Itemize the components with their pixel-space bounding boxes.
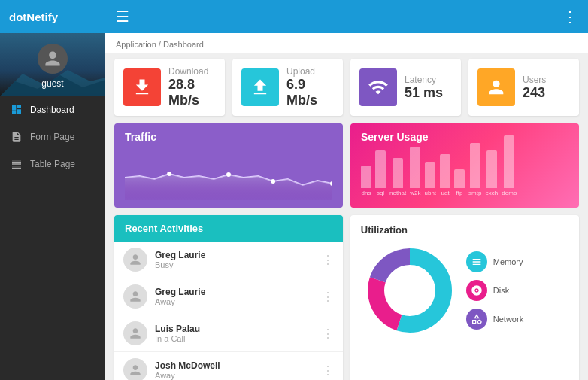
table-icon [11,158,23,170]
server-bar-label: dns [362,190,371,196]
server-bar-label: w2k [410,190,420,196]
activity-more-icon[interactable]: ⋮ [322,290,334,304]
activity-info: Greg Laurie Away [155,287,314,306]
download-value: 28.8 Mb/s [168,77,216,108]
topbar: ☰ ⋮ [105,0,588,33]
download-label: Download [168,66,216,77]
server-bar-group: demo [502,135,517,196]
sidebar-header: dotNetify [0,0,105,33]
activity-status: In a Call [155,334,314,343]
activities-panel: Recent Activities Greg Laurie Busy ⋮ Gre… [114,215,343,380]
server-bar [486,150,497,188]
bottom-row: Recent Activities Greg Laurie Busy ⋮ Gre… [114,215,579,380]
person-icon [128,326,143,341]
server-bar-group: ubnt [424,162,436,196]
username: guest [41,78,63,89]
server-bar-label: sql [377,190,384,196]
legend-network: Network [466,309,523,330]
network-label: Network [493,315,523,324]
server-bar [425,162,435,188]
activity-avatar [123,321,147,345]
sidebar: dotNetify guest Dashboard Form Page Tabl… [0,0,105,380]
activity-item: Greg Laurie Busy ⋮ [114,242,343,278]
dashboard-icon [11,104,23,116]
download-icon-bg [123,68,161,106]
server-bar [504,135,514,188]
server-bar [410,147,420,188]
activity-status: Away [155,297,314,306]
sidebar-item-form[interactable]: Form Page [0,123,105,150]
users-value: 243 [523,85,570,101]
activity-name: Greg Laurie [155,287,314,297]
users-info: Users 243 [523,74,570,101]
server-bar [393,158,403,188]
sidebar-item-table[interactable]: Table Page [0,150,105,178]
memory-svg [471,256,483,268]
breadcrumb-text: Application / Dashboard [116,40,204,49]
server-bar-group: nethat [389,158,406,196]
activity-more-icon[interactable]: ⋮ [322,363,334,378]
server-bar [470,143,480,188]
latency-value: 51 ms [405,85,452,101]
server-bar [375,150,386,188]
users-icon-bg [477,68,515,106]
latency-label: Latency [405,74,452,85]
server-bar-label: ftp [456,190,463,196]
server-bar-label: demo [502,190,517,196]
activity-info: Josh McDowell Away [155,360,314,380]
server-bar-label: ubnt [424,190,436,196]
person-icon [128,252,143,267]
server-bar-label: exch [485,190,498,196]
traffic-chart-svg [125,147,332,200]
main-content: ☰ ⋮ Application / Dashboard Download 28.… [105,0,588,380]
activity-item: Greg Laurie Away ⋮ [114,278,343,315]
download-info: Download 28.8 Mb/s [168,66,216,108]
traffic-panel: Traffic [114,123,343,208]
activity-status: Busy [155,260,314,269]
memory-label: Memory [493,257,523,266]
traffic-chart [125,147,332,200]
upload-icon-bg [241,68,279,106]
sidebar-item-dashboard[interactable]: Dashboard [0,96,105,123]
activity-name: Luis Palau [155,324,314,334]
server-bar-group: exch [485,150,498,196]
nav-label-table: Table Page [30,159,75,169]
breadcrumb: Application / Dashboard [105,33,588,53]
donut-chart [361,242,459,339]
activity-avatar [123,248,147,272]
upload-label: Upload [286,66,334,77]
server-bar [454,169,465,188]
activity-info: Greg Laurie Busy [155,250,314,269]
activity-avatar [123,284,147,309]
disk-label: Disk [493,286,509,295]
activity-status: Away [155,371,314,380]
stat-card-upload: Upload 6.9 Mb/s [232,59,343,116]
activity-item: Luis Palau In a Call ⋮ [114,315,343,352]
upload-icon [250,77,271,98]
server-bar-group: dns [361,166,371,196]
wifi-icon [368,77,389,98]
activities-title: Recent Activities [125,223,203,234]
activity-avatar [123,358,147,380]
network-icon [466,309,487,330]
more-icon[interactable]: ⋮ [562,8,577,26]
activity-more-icon[interactable]: ⋮ [322,253,334,267]
latency-icon-bg [359,68,397,106]
server-title: Server Usage [361,131,568,143]
activity-more-icon[interactable]: ⋮ [322,327,334,341]
network-svg [471,313,483,325]
server-bar-group: smtp [468,143,481,196]
server-bar-group: uat [440,154,450,196]
server-panel: Server Usage dnssqlnethatw2kubntuatftpsm… [350,123,579,208]
nav-label-form: Form Page [30,132,74,142]
upload-info: Upload 6.9 Mb/s [286,66,334,108]
person-icon [128,289,143,304]
stat-cards-row: Download 28.8 Mb/s Upload 6.9 Mb/s L [114,59,579,116]
activity-info: Luis Palau In a Call [155,324,314,343]
content-area: Download 28.8 Mb/s Upload 6.9 Mb/s L [105,53,588,380]
server-bars: dnssqlnethatw2kubntuatftpsmtpexchdemo [361,147,568,196]
hamburger-icon[interactable]: ☰ [116,8,129,26]
util-title: Utilization [361,224,568,236]
server-bar-group: w2k [410,147,420,196]
traffic-title: Traffic [125,131,332,143]
